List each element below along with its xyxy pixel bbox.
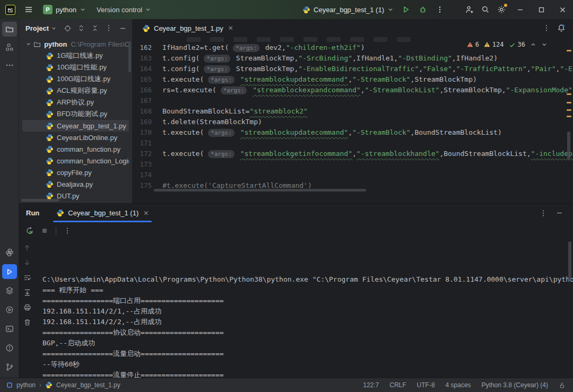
tree-item-file[interactable]: ACL规则容量.py — [22, 85, 129, 97]
settings-button[interactable] — [493, 2, 509, 18]
tree-item-file[interactable]: comman_function_Login.p — [22, 155, 129, 167]
errors-indicator[interactable]: 6 — [467, 41, 479, 48]
run-button[interactable] — [398, 2, 414, 18]
hide-project-panel-button[interactable] — [116, 22, 129, 34]
run-tab[interactable]: Ceyear_bgp_test_1 (1) ✕ — [51, 204, 154, 222]
console-toolbar — [19, 239, 35, 378]
window-maximize-button[interactable] — [531, 0, 552, 19]
tree-root-python[interactable]: python C:\Program Files\Ce — [22, 38, 129, 50]
tree-item-file[interactable]: 100G端口线速.py — [22, 73, 129, 85]
main-menu-button[interactable] — [21, 2, 37, 18]
prev-problem-icon[interactable] — [530, 41, 536, 48]
debug-button[interactable] — [415, 2, 431, 18]
code-viewport[interactable]: 162IfHandle2=t.get( *args: dev2,"-childr… — [133, 37, 573, 203]
notifications-button[interactable] — [555, 22, 568, 34]
editor-vertical-scrollbar[interactable] — [567, 132, 570, 159]
services-tool-button[interactable] — [2, 283, 17, 298]
code-line[interactable]: 166rs=t.execute( *args: "streamblockexpa… — [133, 84, 573, 95]
run-panel-options-button[interactable] — [537, 207, 550, 220]
inspections-widget[interactable]: 6 124 36 — [464, 40, 551, 49]
code-line[interactable]: 163t.config( *args: StreamBlockTmp,"-Src… — [133, 53, 573, 63]
run-configuration-selector[interactable]: Ceyear_bgp_test_1 (1) — [299, 4, 397, 16]
profiler-tool-button[interactable] — [2, 302, 17, 317]
warnings-indicator[interactable]: 124 — [484, 41, 504, 48]
tree-item-file[interactable]: Ceyear_bgp_test_1.py — [22, 120, 129, 132]
line-separator[interactable]: CRLF — [389, 381, 406, 389]
tree-item-file[interactable]: ARP协议.py — [22, 97, 129, 108]
caret-position[interactable]: 122:7 — [363, 381, 379, 389]
code-line[interactable]: 172t.execute( *args: "streamblockgetinfo… — [133, 148, 573, 159]
more-tool-windows-button[interactable] — [2, 58, 17, 73]
clear-console-button[interactable] — [21, 316, 33, 328]
soft-wrap-button[interactable] — [21, 271, 33, 284]
tree-item-file[interactable]: copyFile.py — [22, 167, 129, 178]
more-actions-button[interactable] — [432, 2, 448, 18]
version-control-tool-button[interactable] — [2, 360, 17, 374]
expand-all-button[interactable] — [75, 22, 88, 34]
scroll-to-end-button[interactable] — [21, 286, 33, 299]
window-minimize-button[interactable] — [509, 0, 531, 19]
tab-close-icon[interactable]: ✕ — [228, 24, 233, 32]
python-interpreter[interactable]: Python 3.8 (Ceyear) (4) — [482, 381, 548, 389]
file-encoding[interactable]: UTF-8 — [417, 381, 435, 389]
editor-horizontal-scrollbar[interactable] — [154, 189, 366, 191]
tree-item-file[interactable]: CeyearLibOnline.py — [22, 132, 129, 143]
print-button[interactable] — [21, 301, 33, 313]
stripe-warning-mark[interactable] — [567, 93, 571, 95]
next-occurrence-button[interactable] — [21, 256, 33, 269]
collapse-all-button[interactable] — [89, 22, 101, 34]
python-packages-tool-button[interactable] — [2, 245, 17, 260]
code-line[interactable]: 173 — [133, 159, 573, 169]
hide-run-panel-button[interactable] — [553, 207, 566, 220]
search-everywhere-button[interactable] — [478, 2, 493, 18]
stop-button[interactable] — [38, 224, 51, 237]
code-line[interactable]: 169t.delete(StreamBlockTmp) — [133, 116, 573, 127]
tree-item-file[interactable]: 1G端口线速.py — [22, 50, 129, 62]
tree-item-file[interactable]: BFD功能测试.py — [22, 108, 129, 120]
next-problem-icon[interactable] — [541, 41, 548, 48]
stripe-warning-mark[interactable] — [567, 102, 571, 103]
typos-indicator[interactable]: 36 — [509, 41, 525, 48]
problems-tool-button[interactable] — [2, 341, 17, 355]
tree-item-file[interactable]: Dealjava.py — [22, 178, 129, 190]
code-line[interactable]: 164t.config( *args: StreamBlockTmp,"-Ena… — [133, 63, 573, 74]
play-icon — [402, 5, 410, 14]
code-line[interactable]: 167 — [133, 95, 573, 106]
tab-close-icon[interactable]: ✕ — [143, 210, 149, 217]
code-line[interactable]: 171 — [133, 137, 573, 148]
breadcrumb-file[interactable]: Ceyear_bgp_test_1.py — [56, 381, 120, 389]
editor-options-button[interactable] — [540, 22, 553, 34]
unlocked-padlock-icon[interactable] — [559, 382, 566, 389]
console-vertical-scrollbar[interactable] — [568, 241, 571, 281]
project-vertical-scrollbar[interactable] — [128, 41, 131, 72]
tree-item-file[interactable]: 10G端口性能.py — [22, 62, 129, 73]
code-with-me-button[interactable] — [462, 2, 478, 18]
structure-tool-button[interactable] — [2, 40, 17, 55]
code-line[interactable]: 174 — [133, 169, 573, 180]
stripe-warning-mark[interactable] — [567, 50, 571, 51]
project-widget[interactable]: P python — [39, 3, 90, 16]
code-line[interactable]: 168BoundStreamBlockList="streamblock2" — [133, 106, 573, 116]
console-options-button[interactable] — [61, 224, 74, 237]
stripe-warning-mark[interactable] — [567, 109, 571, 111]
prev-occurrence-button[interactable] — [21, 241, 33, 254]
indent-style[interactable]: 4 spaces — [446, 381, 471, 389]
project-tool-button[interactable] — [2, 22, 17, 37]
code-line[interactable]: 165t.execute( *args: "streamblockupdatec… — [133, 74, 573, 84]
project-panel-title-dropdown[interactable]: Project — [25, 24, 57, 32]
code-line[interactable]: 170t.execute( *args: "streamblockupdatec… — [133, 127, 573, 137]
run-tool-button[interactable] — [2, 264, 17, 279]
rerun-button[interactable] — [23, 224, 36, 237]
stripe-warning-mark[interactable] — [567, 116, 571, 117]
version-control-widget[interactable]: Version control — [92, 4, 155, 16]
select-opened-file-button[interactable] — [61, 22, 74, 34]
breadcrumb-module[interactable]: python — [16, 381, 36, 389]
tree-item-file[interactable]: comman_function.py — [22, 143, 129, 155]
project-options-button[interactable] — [102, 22, 115, 34]
console-output[interactable]: C:\Users\admin\AppData\Local\Programs\Py… — [35, 239, 573, 378]
project-horizontal-scrollbar[interactable] — [21, 199, 59, 202]
terminal-tool-button[interactable] — [2, 321, 17, 336]
window-close-button[interactable] — [552, 0, 573, 19]
python-file-icon — [46, 87, 54, 95]
editor-tab[interactable]: Ceyear_bgp_test_1.py ✕ — [137, 19, 239, 37]
